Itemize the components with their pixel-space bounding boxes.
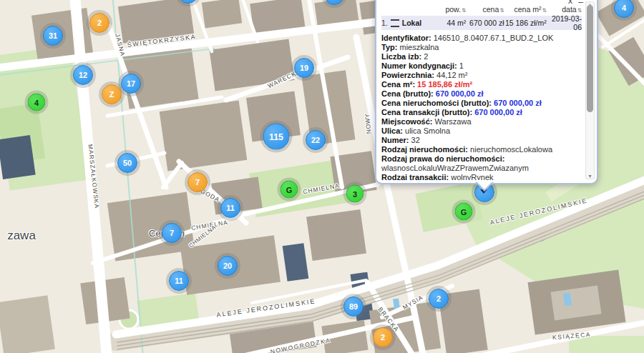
row-cena: 670 000 zł — [466, 19, 504, 27]
cluster-marker[interactable]: 115 — [263, 124, 290, 150]
popup-details: Identyfikator: 146510_8.0407.67.1_BUD.2_… — [381, 34, 582, 180]
sort-icon[interactable]: ⇅ — [577, 7, 582, 14]
detail-line: Rodzaj transakcji: wolnyRynek — [381, 173, 582, 180]
detail-line: Cena transakcji (brutto): 670 000,00 zł — [381, 108, 582, 117]
cluster-marker[interactable]: 7 — [187, 172, 208, 192]
row-pow: 44 m² — [436, 19, 466, 27]
col-header-cena[interactable]: cena⇅ — [466, 5, 504, 14]
row-cena-m2: 15 186 zł/m² — [504, 19, 547, 27]
cluster-marker[interactable]: 11 — [220, 198, 240, 218]
detail-line: Cena nieruchomości (brutto): 670 000,00 … — [381, 99, 582, 108]
popup: x – pow.⇅ cena⇅ cena m²⇅ data⇅ 1. Lokal … — [375, 0, 598, 184]
detail-line: Powierzchnia: 44,12 m² — [381, 71, 582, 80]
scrollbar-thumb[interactable] — [587, 5, 593, 112]
row-index: 1. — [381, 19, 388, 27]
cluster-marker[interactable]: 2 — [429, 289, 449, 309]
popup-scrollbar[interactable]: ▴ ▾ — [585, 1, 595, 179]
cluster-marker[interactable]: 4 — [28, 94, 46, 111]
cluster-marker[interactable]: 2 — [373, 327, 393, 347]
cluster-marker[interactable]: 12 — [73, 65, 93, 85]
detail-line: Numer kondygnacji: 1 — [381, 61, 582, 71]
detail-line: Numer: 32 — [381, 136, 582, 145]
cluster-marker[interactable]: G — [455, 203, 473, 221]
detail-line: Rodzaj nieruchomości: nieruchomoscLokalo… — [381, 145, 582, 154]
cluster-marker[interactable]: 50 — [117, 153, 137, 173]
cluster-marker[interactable]: 3 — [346, 185, 364, 203]
detail-line: Miejscowość: Warszawa — [381, 117, 582, 126]
cluster-marker[interactable]: G — [280, 181, 298, 199]
lokal-icon — [391, 19, 399, 27]
detail-line: Cena m²: 15 185,86 zł/m² — [381, 80, 582, 89]
result-row[interactable]: 1. Lokal 44 m² 670 000 zł 15 186 zł/m² 2… — [381, 16, 582, 30]
col-header-cena-m2[interactable]: cena m²⇅ — [504, 5, 547, 14]
close-icon[interactable]: x — [568, 0, 572, 4]
cluster-marker[interactable]: 19 — [294, 58, 314, 78]
detail-line: Cena (brutto): 670 000,00 zł — [381, 89, 582, 99]
col-header-data[interactable]: data⇅ — [547, 5, 582, 14]
detail-line: Liczba izb: 2 — [381, 52, 582, 61]
row-data: 2019-03-06 — [547, 14, 582, 31]
detail-line: Rodzaj prawa do nieruchomości: wlasnoscL… — [381, 154, 582, 173]
detail-line: Ulica: ulica Smolna — [381, 126, 582, 136]
place-label: zawa — [7, 229, 36, 243]
popup-content: pow.⇅ cena⇅ cena m²⇅ data⇅ 1. Lokal 44 m… — [381, 3, 582, 180]
popup-tail — [477, 182, 492, 189]
cluster-marker[interactable]: 20 — [218, 256, 238, 276]
detail-line: Typ: mieszkalna — [381, 43, 582, 52]
cluster-marker[interactable]: 17 — [121, 74, 141, 94]
cluster-marker[interactable]: 11 — [169, 271, 189, 291]
cluster-marker[interactable]: 7 — [162, 223, 182, 243]
cluster-marker[interactable]: 31 — [43, 26, 63, 46]
minimize-icon[interactable]: – — [578, 0, 583, 6]
col-header-pow[interactable]: pow.⇅ — [436, 5, 466, 14]
map[interactable]: ŚWIĘTOKRZYSKAJASNAWARECKAMARSZAŁKOWSKANO… — [0, 0, 644, 353]
cluster-marker[interactable]: 22 — [306, 130, 326, 150]
row-type: Lokal — [402, 19, 421, 27]
cluster-marker[interactable]: 89 — [343, 297, 364, 317]
scroll-down-icon[interactable]: ▾ — [586, 173, 594, 179]
cluster-marker[interactable]: 2 — [89, 13, 109, 33]
cluster-marker[interactable]: Z — [102, 84, 122, 104]
detail-line: Identyfikator: 146510_8.0407.67.1_BUD.2_… — [381, 34, 582, 43]
